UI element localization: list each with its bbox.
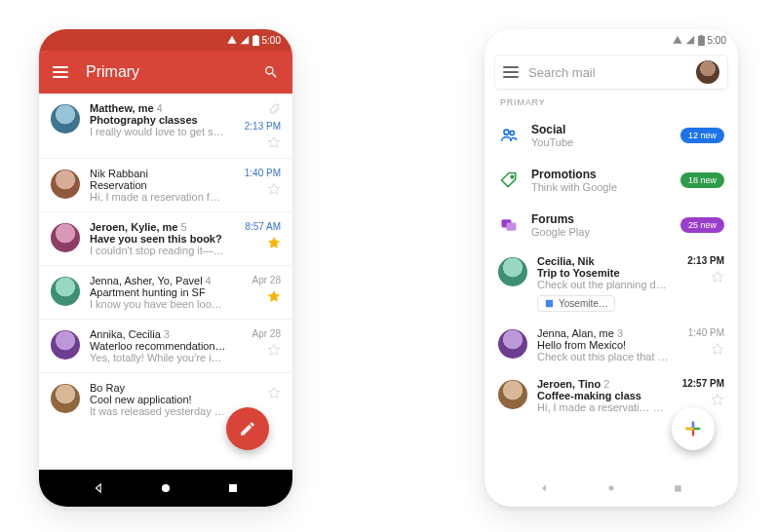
email-list: Matthew, me4 Photography classes I reall… (39, 94, 292, 426)
subject-line: Photography classes (90, 114, 226, 126)
email-date: 8:57 AM (245, 221, 281, 232)
snippet-line: It was released yesterday and th… (90, 405, 226, 417)
star-icon[interactable] (267, 386, 281, 399)
svg-point-7 (510, 131, 514, 134)
nav-recent-icon[interactable] (226, 481, 240, 495)
sender-line: Nik Rabbani (90, 168, 226, 179)
svg-rect-0 (252, 35, 259, 45)
compose-fab[interactable] (226, 407, 269, 450)
snippet-line: Hi, I made a reservation for dinner… (90, 191, 226, 203)
search-placeholder: Search mail (528, 65, 686, 80)
star-icon[interactable] (711, 393, 724, 406)
plus-icon (682, 418, 704, 439)
email-row[interactable]: Matthew, me4 Photography classes I reall… (39, 94, 292, 159)
svg-point-2 (163, 485, 170, 492)
nav-home-icon[interactable] (604, 481, 618, 495)
sender-line: Jenna, Alan, me3 (537, 327, 670, 339)
section-label: PRIMARY (484, 97, 738, 113)
email-row[interactable]: Jeroen, Kylie, me5 Have you seen this bo… (39, 212, 292, 266)
subject-line: Coffee-making class (537, 390, 670, 401)
sender-avatar (51, 277, 80, 306)
category-row-social[interactable]: Social YouTube 12 new (484, 113, 738, 158)
email-row[interactable]: Nik Rabbani Reservation Hi, I made a res… (39, 159, 292, 212)
svg-rect-13 (675, 485, 680, 491)
new-count-badge: 12 new (680, 128, 724, 143)
hamburger-icon[interactable] (503, 66, 519, 78)
snippet-line: Check out this place that we're st… (537, 351, 670, 362)
email-date: 12:57 PM (682, 378, 724, 389)
android-nav-bar (39, 470, 292, 507)
sender-line: Jenna, Asher, Yo, Pavel4 (90, 275, 226, 286)
email-row[interactable]: Jenna, Asher, Yo, Pavel4 Apartment hunti… (39, 266, 292, 320)
sender-line: Cecilia, Nik (537, 255, 670, 267)
star-icon[interactable] (267, 135, 281, 149)
subject-line: Have you seen this book? (90, 233, 226, 245)
sender-avatar (51, 223, 80, 252)
sender-avatar (51, 384, 80, 413)
account-avatar[interactable] (696, 60, 719, 84)
svg-rect-10 (507, 223, 517, 231)
subject-line: Trip to Yosemite (537, 267, 670, 279)
sender-avatar (498, 380, 527, 409)
sender-line: Jeroen, Kylie, me5 (90, 221, 226, 233)
status-bar: 5:00 (39, 29, 292, 51)
sender-line: Annika, Cecilia3 (90, 328, 226, 340)
star-icon[interactable] (267, 236, 281, 249)
new-count-badge: 25 new (680, 217, 724, 233)
email-date: Apr 28 (252, 275, 281, 285)
svg-rect-11 (546, 300, 553, 307)
email-date: 1:40 PM (245, 168, 281, 178)
star-icon[interactable] (267, 343, 281, 357)
svg-point-12 (609, 486, 614, 491)
attachment-chip[interactable]: Yosemite… (537, 295, 615, 312)
nav-home-icon[interactable] (159, 481, 173, 495)
subject-line: Hello from Mexico! (537, 339, 670, 351)
search-icon[interactable] (263, 64, 279, 80)
snippet-line: Yes, totally! While you're in town… (90, 352, 226, 363)
email-list: Cecilia, Nik Trip to Yosemite Check out … (484, 247, 738, 422)
email-date: 1:40 PM (688, 327, 724, 338)
pencil-icon (239, 420, 256, 437)
nav-back-icon[interactable] (93, 481, 106, 495)
nav-recent-icon[interactable] (672, 481, 685, 495)
sender-avatar (51, 170, 80, 199)
subject-line: Reservation (90, 179, 226, 191)
sender-avatar (51, 330, 80, 360)
category-row-forums[interactable]: Forums Google Play 25 new (484, 203, 738, 247)
star-icon[interactable] (711, 270, 724, 284)
email-date: 2:13 PM (687, 255, 724, 266)
svg-rect-4 (698, 35, 705, 45)
email-row[interactable]: Annika, Cecilia3 Waterloo recommendation… (39, 320, 292, 373)
label-tag: Reservation (653, 401, 670, 414)
attachment-icon (268, 102, 281, 117)
svg-rect-5 (700, 35, 703, 36)
email-row[interactable]: Cecilia, Nik Trip to Yosemite Check out … (484, 247, 738, 320)
star-icon[interactable] (267, 289, 281, 303)
sender-line: Matthew, me4 (90, 102, 226, 114)
snippet-line: I really would love to get some ph… (90, 126, 226, 137)
email-row[interactable]: Jenna, Alan, me3 Hello from Mexico! Chec… (484, 320, 738, 370)
category-row-promotions[interactable]: Promotions Think with Google 18 new (484, 158, 738, 203)
compose-fab[interactable] (672, 407, 715, 450)
status-time: 5:00 (262, 35, 281, 46)
status-time: 5:00 (708, 35, 726, 46)
category-name: Promotions (531, 168, 669, 181)
forum-icon (498, 214, 520, 236)
snippet-line: I couldn't stop reading it—so goo… (90, 245, 226, 256)
status-bar: 5:00 (484, 29, 738, 51)
snippet-line: Hi, I made a reservati… Reservation (537, 401, 670, 414)
email-date: Apr 28 (252, 328, 281, 339)
sender-avatar (51, 104, 80, 133)
star-icon[interactable] (711, 342, 724, 356)
hamburger-icon[interactable] (53, 66, 68, 78)
new-count-badge: 18 new (680, 172, 724, 188)
snippet-line: I know you have been looking for… (90, 298, 226, 310)
phone-old-gmail: 5:00 Primary Matthew, me4 Photography cl… (39, 29, 292, 507)
star-icon[interactable] (267, 182, 281, 196)
category-name: Social (531, 123, 669, 136)
nav-back-icon[interactable] (538, 481, 552, 495)
search-bar[interactable]: Search mail (494, 55, 728, 90)
svg-rect-1 (254, 35, 257, 36)
android-nav-bar (484, 470, 738, 507)
subject-line: Waterloo recommendations? (90, 340, 226, 352)
